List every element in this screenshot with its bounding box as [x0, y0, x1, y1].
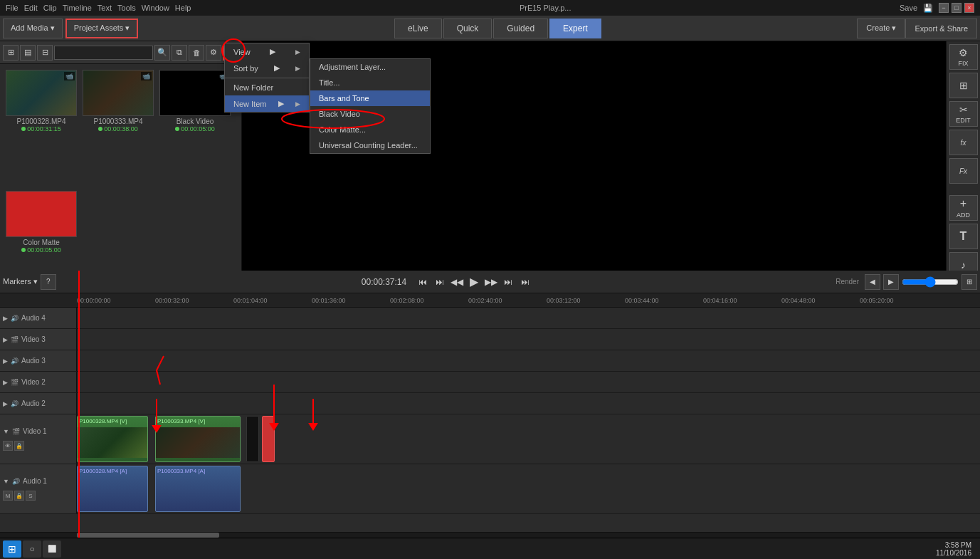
- ctx-newfolder[interactable]: New Folder: [225, 80, 309, 95]
- track-content-audio3[interactable]: [77, 350, 980, 371]
- window-controls: − □ ×: [939, 3, 974, 13]
- tab-elive[interactable]: eLive: [394, 19, 442, 38]
- mute-btn[interactable]: M: [3, 491, 13, 501]
- tab-expert[interactable]: Expert: [549, 19, 601, 38]
- title-edit[interactable]: Edit: [24, 4, 38, 12]
- solo-btn[interactable]: S: [26, 491, 36, 501]
- assets-search-input[interactable]: [54, 46, 153, 60]
- clip-p1000333-v[interactable]: P1000333.MP4 [V]: [155, 416, 241, 462]
- sub-universal-counting-leader[interactable]: Universal Counting Leader...: [310, 137, 430, 153]
- project-assets-button[interactable]: Project Assets ▾: [65, 19, 139, 38]
- track-content-audio1[interactable]: P1000328.MP4 [A] P1000333.MP4 [A]: [77, 464, 980, 513]
- title-clip[interactable]: Clip: [43, 4, 57, 12]
- save-button[interactable]: Save: [900, 4, 917, 12]
- sub-bars-and-tone[interactable]: Bars and Tone: [310, 90, 430, 106]
- asset-settings-btn[interactable]: ⚙: [206, 45, 221, 61]
- track-content-video3[interactable]: [77, 329, 980, 350]
- track-content-audio2[interactable]: [77, 393, 980, 414]
- goto-start-btn[interactable]: ⏮: [415, 274, 431, 290]
- disk-icon[interactable]: 💾: [923, 4, 933, 13]
- asset-delete-btn[interactable]: 🗑: [189, 45, 204, 61]
- render-btn-1[interactable]: ◀: [865, 274, 880, 290]
- clip-p1000333-a[interactable]: P1000333.MP4 [A]: [155, 466, 241, 512]
- add-media-button[interactable]: Add Media ▾: [3, 19, 63, 38]
- title-window[interactable]: Window: [142, 4, 169, 12]
- taskview-btn[interactable]: ⬜: [43, 540, 61, 558]
- track-expand-btn[interactable]: ▼: [3, 478, 9, 485]
- track-expand-btn[interactable]: ▶: [3, 379, 8, 386]
- title-tools[interactable]: Tools: [117, 4, 136, 12]
- export-share-button[interactable]: Export & Share: [905, 19, 977, 38]
- lock-btn[interactable]: 🔒: [14, 441, 24, 451]
- asset-item[interactable]: 📹 P1000333.MP4 00:00:38:00: [83, 70, 154, 185]
- track-expand-btn[interactable]: ▶: [3, 315, 8, 322]
- track-expand-btn[interactable]: ▶: [3, 400, 8, 407]
- ctx-newitem[interactable]: New Item ▶: [225, 95, 309, 112]
- fx1-button[interactable]: fx: [949, 130, 978, 155]
- track-content-audio4[interactable]: [77, 308, 980, 328]
- sub-color-matte[interactable]: Color Matte...: [310, 122, 430, 137]
- create-button[interactable]: Create ▾: [857, 19, 905, 38]
- text-button[interactable]: T: [949, 224, 978, 249]
- rewind-btn[interactable]: ◀◀: [449, 274, 465, 290]
- video-icon-2: 📹: [141, 72, 152, 80]
- windows-start-btn[interactable]: ⊞: [3, 540, 21, 558]
- title-timeline[interactable]: Timeline: [63, 4, 92, 12]
- taskbar-clock: 3:58 PM 11/10/2016: [930, 541, 977, 557]
- clip-black-v[interactable]: [246, 416, 259, 462]
- title-help[interactable]: Help: [175, 4, 191, 12]
- minimize-button[interactable]: −: [939, 3, 949, 13]
- ruler-mark-8: 00:04:16:00: [703, 297, 781, 304]
- ctx-view[interactable]: View ▶: [225, 43, 309, 60]
- fx2-button[interactable]: Fx: [949, 158, 978, 184]
- track-content-video1[interactable]: P1000328.MP4 [V] P1000333.MP4 [V]: [77, 414, 980, 464]
- track-expand-btn[interactable]: ▶: [3, 357, 8, 365]
- tab-quick[interactable]: Quick: [443, 19, 492, 38]
- timeline-scrollbar[interactable]: [0, 532, 980, 538]
- eye-btn[interactable]: 👁: [3, 441, 13, 451]
- clip-p1000328-a[interactable]: P1000328.MP4 [A]: [77, 466, 148, 512]
- play-btn[interactable]: ▶: [466, 274, 482, 290]
- clip-color-v[interactable]: [262, 416, 275, 462]
- render-btn-2[interactable]: ▶: [883, 274, 899, 290]
- maximize-button[interactable]: □: [952, 3, 961, 13]
- scroll-thumb[interactable]: [77, 533, 219, 538]
- track-name-audio3: Audio 3: [21, 357, 46, 365]
- audio-lock-btn[interactable]: 🔒: [14, 491, 24, 501]
- next-frame-btn[interactable]: ⏭: [500, 274, 516, 290]
- ctx-sortby[interactable]: Sort by ▶: [225, 60, 309, 76]
- tab-guided[interactable]: Guided: [493, 19, 548, 38]
- sub-black-video[interactable]: Black Video: [310, 106, 430, 122]
- asset-icon-btn-2[interactable]: ▤: [20, 45, 36, 61]
- adjust-button[interactable]: ⊞: [949, 73, 978, 98]
- asset-item[interactable]: 📹 Black Video 00:00:05:00: [159, 70, 231, 185]
- asset-thumb-2: 📹: [83, 70, 154, 116]
- track-label-audio2: ▶ 🔊 Audio 2: [0, 393, 77, 414]
- timeline-help-btn[interactable]: ?: [41, 274, 56, 290]
- track-content-video2[interactable]: [77, 372, 980, 392]
- fix-button[interactable]: ⚙ FIX: [949, 44, 978, 70]
- add-button[interactable]: + ADD: [949, 195, 978, 221]
- asset-copy-btn[interactable]: ⧉: [172, 45, 187, 61]
- sub-title[interactable]: Title...: [310, 75, 430, 90]
- track-expand-btn[interactable]: ▶: [3, 336, 8, 343]
- goto-end-btn[interactable]: ⏭: [517, 274, 533, 290]
- search-icon[interactable]: 🔍: [154, 45, 170, 61]
- asset-item[interactable]: 📹 P1000328.MP4 00:00:31:15: [6, 70, 77, 185]
- edit-button[interactable]: ✂ EDIT: [949, 101, 978, 127]
- close-button[interactable]: ×: [964, 3, 974, 13]
- zoom-slider[interactable]: [902, 276, 959, 288]
- asset-icon-btn-3[interactable]: ⊟: [37, 45, 53, 61]
- asset-icon-btn-1[interactable]: ⊞: [3, 45, 19, 61]
- title-file[interactable]: File: [6, 4, 19, 12]
- track-expand-btn[interactable]: ▼: [3, 428, 9, 435]
- timeline-settings-btn[interactable]: ⊞: [961, 274, 977, 290]
- clip-p1000328-v[interactable]: P1000328.MP4 [V]: [77, 416, 148, 462]
- search-taskbar-btn[interactable]: ○: [23, 540, 41, 558]
- title-text[interactable]: Text: [98, 4, 112, 12]
- sub-adjustment-layer[interactable]: Adjustment Layer...: [310, 59, 430, 75]
- fast-fwd-btn[interactable]: ▶▶: [483, 274, 499, 290]
- asset-duration-3: 00:00:05:00: [175, 125, 215, 132]
- prev-frame-btn[interactable]: ⏭: [432, 274, 448, 290]
- markers-button[interactable]: Markers ▾: [3, 277, 38, 286]
